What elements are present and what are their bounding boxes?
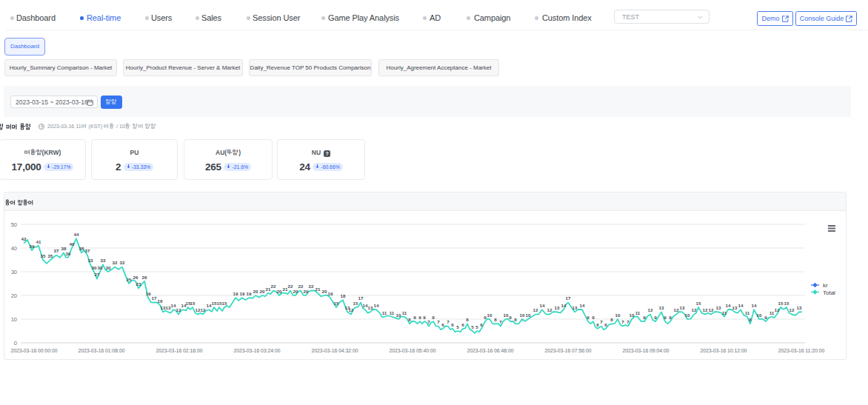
- svg-text:15: 15: [696, 301, 701, 306]
- svg-text:19: 19: [146, 291, 151, 296]
- svg-text:27: 27: [95, 272, 100, 277]
- svg-text:6: 6: [480, 322, 483, 327]
- svg-text:9: 9: [643, 315, 646, 320]
- svg-text:14: 14: [561, 303, 567, 308]
- svg-text:50: 50: [11, 221, 17, 228]
- svg-text:kr: kr: [823, 282, 828, 289]
- svg-text:10: 10: [630, 312, 635, 318]
- svg-text:16: 16: [158, 298, 163, 304]
- svg-text:5: 5: [475, 324, 478, 329]
- svg-text:10: 10: [615, 312, 621, 318]
- svg-text:7: 7: [427, 319, 430, 324]
- svg-text:25: 25: [127, 277, 132, 282]
- svg-text:8: 8: [466, 317, 469, 322]
- svg-text:12: 12: [775, 307, 780, 312]
- svg-text:14: 14: [580, 303, 585, 308]
- svg-text:9: 9: [418, 315, 421, 320]
- svg-text:20: 20: [293, 289, 298, 294]
- svg-text:12: 12: [648, 307, 653, 312]
- svg-text:2023-03-16 05:40:00: 2023-03-16 05:40:00: [389, 348, 435, 353]
- svg-text:5: 5: [471, 324, 474, 329]
- svg-text:8: 8: [749, 317, 752, 322]
- svg-text:40: 40: [11, 245, 17, 252]
- svg-text:7: 7: [437, 319, 440, 324]
- svg-text:17: 17: [566, 295, 571, 301]
- svg-text:19: 19: [240, 291, 245, 296]
- svg-text:12: 12: [176, 307, 181, 312]
- svg-text:11: 11: [722, 310, 727, 315]
- svg-text:39: 39: [30, 244, 35, 249]
- svg-text:14: 14: [726, 303, 731, 308]
- svg-text:33: 33: [101, 258, 106, 263]
- svg-text:2023-03-16 11:20:00: 2023-03-16 11:20:00: [778, 348, 825, 353]
- svg-text:2023-03-16 06:48:00: 2023-03-16 06:48:00: [467, 348, 513, 353]
- svg-text:14: 14: [752, 303, 757, 308]
- svg-text:2023-03-16 07:56:00: 2023-03-16 07:56:00: [544, 348, 591, 353]
- svg-text:44: 44: [74, 232, 79, 237]
- svg-text:15: 15: [334, 301, 339, 306]
- svg-text:20: 20: [277, 289, 282, 294]
- svg-text:6: 6: [604, 322, 607, 327]
- svg-text:13: 13: [680, 305, 685, 310]
- svg-text:42: 42: [21, 236, 27, 241]
- svg-text:7: 7: [600, 319, 603, 324]
- svg-text:2023-03-16 10:12:00: 2023-03-16 10:12:00: [700, 348, 747, 353]
- svg-text:26: 26: [142, 275, 147, 280]
- svg-text:9: 9: [669, 315, 672, 320]
- svg-text:13: 13: [659, 305, 664, 310]
- svg-text:12: 12: [349, 307, 354, 312]
- svg-text:33: 33: [88, 258, 93, 263]
- svg-text:9: 9: [587, 315, 590, 320]
- svg-text:15: 15: [784, 301, 789, 306]
- svg-text:11: 11: [390, 310, 395, 315]
- svg-text:9: 9: [592, 315, 595, 320]
- svg-text:22: 22: [271, 284, 276, 289]
- svg-text:14: 14: [738, 303, 744, 308]
- svg-text:41: 41: [36, 239, 41, 244]
- svg-text:9: 9: [664, 315, 667, 320]
- svg-text:13: 13: [555, 305, 560, 310]
- svg-text:32: 32: [113, 260, 118, 265]
- svg-text:6: 6: [451, 322, 454, 327]
- svg-text:2023-03-16 00:00:00: 2023-03-16 00:00:00: [10, 348, 57, 353]
- svg-text:35: 35: [48, 253, 53, 258]
- svg-text:21: 21: [316, 287, 321, 292]
- svg-text:13: 13: [368, 305, 373, 310]
- svg-text:12: 12: [201, 307, 206, 312]
- svg-text:6: 6: [596, 322, 599, 327]
- svg-text:6: 6: [461, 322, 464, 327]
- svg-text:9: 9: [432, 315, 435, 320]
- svg-text:12: 12: [533, 307, 538, 312]
- svg-text:6: 6: [441, 322, 444, 327]
- svg-text:9: 9: [423, 315, 426, 320]
- svg-text:15: 15: [778, 301, 784, 306]
- svg-text:37: 37: [85, 248, 90, 253]
- svg-text:8: 8: [408, 317, 411, 322]
- svg-text:13: 13: [797, 305, 802, 310]
- svg-text:8: 8: [610, 317, 613, 322]
- svg-text:10: 10: [396, 312, 401, 318]
- svg-text:2023-03-16 04:32:00: 2023-03-16 04:32:00: [311, 348, 358, 353]
- svg-text:37: 37: [54, 248, 59, 253]
- svg-text:10: 10: [526, 312, 531, 318]
- svg-text:12: 12: [789, 307, 795, 312]
- svg-text:12: 12: [692, 307, 697, 312]
- svg-text:20: 20: [260, 289, 265, 294]
- svg-text:13: 13: [572, 305, 578, 310]
- svg-text:12: 12: [703, 307, 708, 312]
- svg-text:19: 19: [233, 291, 238, 296]
- svg-text:9: 9: [654, 315, 657, 320]
- svg-text:9: 9: [413, 315, 416, 320]
- svg-text:7: 7: [621, 319, 624, 324]
- svg-text:7: 7: [499, 319, 502, 324]
- svg-text:10: 10: [685, 312, 690, 318]
- svg-text:11: 11: [382, 310, 387, 315]
- svg-text:10: 10: [504, 312, 509, 318]
- svg-text:20: 20: [322, 289, 327, 294]
- svg-text:18: 18: [341, 293, 346, 298]
- svg-text:12: 12: [674, 307, 679, 312]
- svg-text:22: 22: [309, 284, 314, 289]
- svg-text:15: 15: [190, 301, 196, 306]
- svg-text:10: 10: [11, 316, 17, 323]
- svg-text:38: 38: [79, 246, 84, 251]
